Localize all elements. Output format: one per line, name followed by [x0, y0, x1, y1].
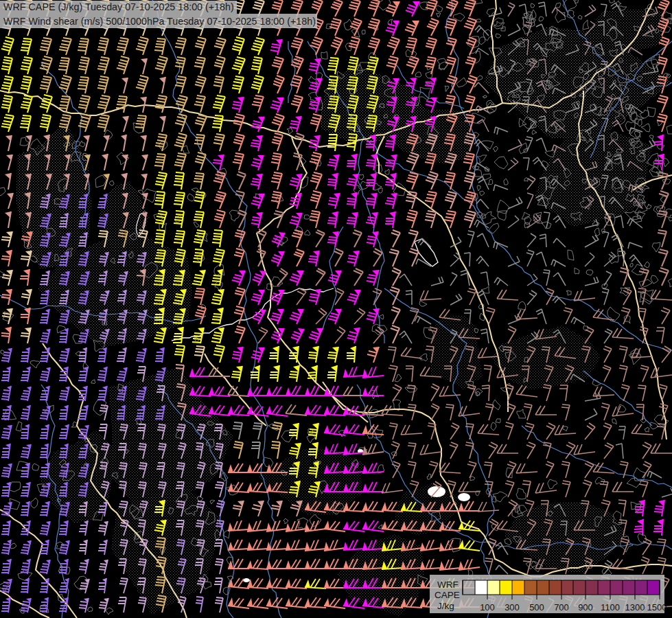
- svg-text:700: 700: [554, 602, 569, 613]
- svg-text:WRF: WRF: [437, 580, 459, 590]
- svg-text:900: 900: [578, 602, 593, 613]
- svg-text:500: 500: [529, 602, 544, 613]
- svg-text:CAPE: CAPE: [435, 590, 460, 600]
- svg-text:WRF CAPE (J/kg) Tuesday 07-10-: WRF CAPE (J/kg) Tuesday 07-10-2025 18:00…: [3, 1, 234, 12]
- svg-text:WRF Wind shear (m/s) 500/1000h: WRF Wind shear (m/s) 500/1000hPa Tuesday…: [3, 16, 316, 27]
- svg-text:100: 100: [480, 602, 495, 613]
- svg-text:J/kg: J/kg: [437, 601, 454, 611]
- svg-text:300: 300: [505, 602, 520, 613]
- svg-text:1100: 1100: [601, 602, 620, 613]
- svg-text:1500: 1500: [647, 602, 667, 613]
- svg-text:1300: 1300: [625, 602, 645, 613]
